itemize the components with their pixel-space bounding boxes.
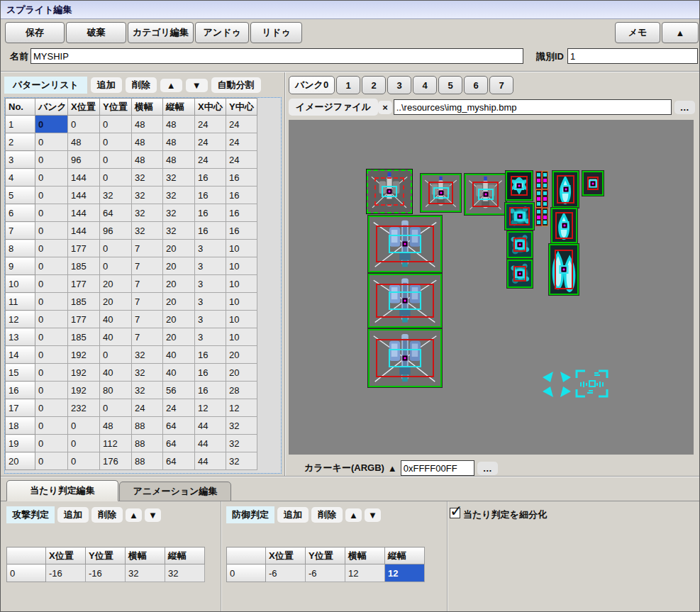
table-cell[interactable]: 24 (226, 116, 257, 133)
row-header[interactable]: 19 (6, 435, 35, 452)
table-cell[interactable]: 32 (132, 204, 163, 222)
save-button[interactable]: 保存 (5, 22, 65, 43)
row-header[interactable]: 17 (6, 399, 35, 417)
memo-button[interactable]: メモ (615, 22, 660, 43)
table-cell[interactable]: 144 (68, 222, 100, 240)
sprite-pattern-19[interactable] (368, 274, 442, 328)
attack-up-button[interactable]: ▲ (126, 508, 142, 522)
column-header[interactable]: 縦幅 (385, 547, 425, 564)
table-cell[interactable]: 192 (68, 346, 100, 364)
table-cell[interactable]: 0 (35, 133, 68, 151)
sprite-canvas[interactable] (289, 120, 694, 455)
table-cell[interactable]: 16 (195, 364, 226, 382)
sprite-pattern-12[interactable] (535, 208, 542, 226)
table-cell[interactable]: 176 (100, 452, 132, 470)
table-cell[interactable]: 12 (345, 564, 385, 582)
bank-tab-0[interactable]: バンク0 (289, 76, 335, 94)
attack-delete-button[interactable]: 削除 (91, 507, 123, 523)
column-header[interactable]: No. (6, 99, 35, 116)
sprite-pattern-9[interactable] (542, 171, 548, 189)
sprite-pattern-17[interactable] (582, 171, 604, 196)
table-cell[interactable]: 16 (226, 222, 257, 240)
table-cell[interactable]: 48 (100, 417, 132, 435)
table-cell[interactable]: 32 (163, 169, 195, 187)
table-cell[interactable]: 44 (195, 417, 226, 435)
table-cell[interactable]: 0 (68, 452, 100, 470)
row-header[interactable]: 1 (6, 116, 35, 133)
defense-down-button[interactable]: ▼ (365, 508, 381, 522)
row-header[interactable]: 7 (6, 222, 35, 240)
sprite-pattern-16[interactable] (549, 244, 579, 295)
table-cell[interactable]: 0 (100, 169, 132, 187)
row-header[interactable]: 13 (6, 328, 35, 346)
table-cell[interactable]: 32 (163, 187, 195, 204)
pattern-up-button[interactable]: ▲ (160, 79, 182, 92)
column-header[interactable]: Y位置 (306, 547, 345, 564)
tab-animation-edit[interactable]: アニメーション編集 (119, 482, 231, 501)
clear-image-button[interactable]: × (378, 101, 392, 114)
table-cell[interactable]: 16 (226, 169, 257, 187)
table-cell[interactable]: 12 (226, 399, 257, 417)
table-cell[interactable]: 0 (35, 452, 68, 470)
table-cell[interactable]: 0 (35, 275, 68, 293)
pattern-down-button[interactable]: ▼ (186, 79, 208, 92)
table-cell[interactable]: 112 (100, 435, 132, 452)
column-header[interactable]: X位置 (46, 547, 86, 564)
column-header[interactable]: 縦幅 (163, 99, 195, 116)
table-cell[interactable]: 32 (226, 452, 257, 470)
sprite-pattern-11[interactable] (542, 189, 548, 208)
table-cell[interactable]: 16 (226, 187, 257, 204)
sprite-pattern-5[interactable] (505, 203, 534, 230)
table-cell[interactable]: 7 (132, 311, 163, 328)
table-cell[interactable]: 10 (226, 311, 257, 328)
table-cell[interactable]: 24 (195, 116, 226, 133)
table-cell[interactable]: 20 (100, 293, 132, 311)
column-header[interactable] (227, 547, 266, 564)
table-cell[interactable]: 32 (165, 564, 205, 582)
sprite-pattern-13[interactable] (542, 208, 548, 226)
table-cell[interactable]: 64 (163, 417, 195, 435)
table-cell[interactable]: 88 (132, 435, 163, 452)
table-cell[interactable]: 48 (163, 151, 195, 169)
table-cell[interactable]: 144 (68, 169, 100, 187)
table-cell[interactable]: 0 (35, 169, 68, 187)
sprite-pattern-2[interactable] (421, 174, 461, 212)
color-key-input[interactable] (401, 460, 474, 476)
column-header[interactable] (7, 547, 46, 564)
table-cell[interactable]: 32 (226, 435, 257, 452)
table-cell[interactable]: 32 (132, 364, 163, 382)
table-cell[interactable]: 0 (35, 417, 68, 435)
table-cell[interactable]: 64 (163, 435, 195, 452)
table-cell[interactable]: 0 (100, 240, 132, 257)
row-header[interactable]: 8 (6, 240, 35, 257)
row-header[interactable]: 18 (6, 417, 35, 435)
table-cell[interactable]: 0 (68, 116, 100, 133)
table-cell[interactable]: 7 (132, 240, 163, 257)
pattern-delete-button[interactable]: 削除 (126, 77, 157, 93)
row-header[interactable]: 15 (6, 364, 35, 382)
table-cell[interactable]: 24 (226, 133, 257, 151)
table-cell[interactable]: 20 (100, 275, 132, 293)
table-cell[interactable]: 16 (195, 204, 226, 222)
table-cell[interactable]: 24 (163, 399, 195, 417)
name-input[interactable] (30, 48, 523, 64)
table-cell[interactable]: 16 (195, 187, 226, 204)
table-cell[interactable]: 177 (68, 311, 100, 328)
row-header[interactable]: 11 (6, 293, 35, 311)
column-header[interactable]: X中心 (195, 99, 226, 116)
table-cell[interactable]: 0 (35, 346, 68, 364)
table-cell[interactable]: 185 (68, 257, 100, 275)
redo-button[interactable]: リドゥ (250, 22, 302, 43)
row-header[interactable]: 10 (6, 275, 35, 293)
sprite-pattern-10[interactable] (535, 189, 542, 208)
discard-button[interactable]: 破棄 (66, 22, 126, 43)
sprite-pattern-14[interactable] (552, 171, 579, 208)
table-cell[interactable]: 44 (195, 435, 226, 452)
table-cell[interactable]: 96 (68, 151, 100, 169)
table-cell[interactable]: 3 (195, 275, 226, 293)
sprite-pattern-6[interactable] (507, 231, 533, 258)
table-cell[interactable]: 64 (163, 452, 195, 470)
table-cell[interactable]: 32 (163, 222, 195, 240)
table-cell[interactable]: 192 (68, 364, 100, 382)
table-cell[interactable]: 24 (195, 151, 226, 169)
